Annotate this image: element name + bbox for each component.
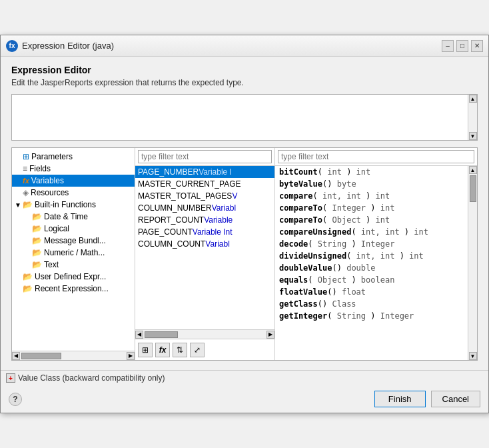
left-tree-item[interactable]: 📂Message Bundl... [12,235,135,247]
help-button[interactable]: ? [9,393,22,406]
variable-type: Variable Int [193,227,233,237]
middle-panel: PAGE_NUMBER Variable IMASTER_CURRENT_PAG… [135,148,275,360]
method-name: bitCount [279,167,318,177]
method-item[interactable]: decode( String ) Integer [275,238,468,250]
tree-item-label: Fields [29,164,51,173]
method-item[interactable]: compare( int, int ) int [275,190,468,202]
footer: ? Finish Cancel [1,385,488,413]
expr-scrollbar: ▲ ▼ [468,95,477,140]
finish-button[interactable]: Finish [374,391,426,407]
toolbar-grid-btn[interactable]: ⊞ [138,343,153,357]
method-name: compareTo [279,215,322,225]
left-tree-item[interactable]: ▼📂Built-in Functions [12,199,135,211]
toolbar-sort2-btn[interactable]: ⤢ [190,343,205,357]
variable-name: PAGE_NUMBER [138,167,199,177]
scroll-down-arrow[interactable]: ▼ [469,132,477,140]
left-panel: ⊞Parameters≡FieldsfxVariables◈Resources▼… [12,148,135,360]
left-tree-item[interactable]: ◈Resources [12,187,135,199]
app-icon: fx [6,40,18,52]
middle-scroll-thumb[interactable] [145,331,178,338]
left-tree-item[interactable]: 📂Text [12,259,135,271]
method-item[interactable]: equals( Object ) boolean [275,274,468,286]
tree-item-label: Recent Expression... [35,284,109,293]
method-name: getClass [279,299,318,309]
right-scroll-up[interactable]: ▲ [469,166,477,174]
right-scrollbar: ▲ ▼ [468,166,477,360]
cancel-button[interactable]: Cancel [431,391,480,407]
method-item[interactable]: compareUnsigned( int, int ) int [275,226,468,238]
expression-input[interactable] [12,95,477,140]
left-tree-item[interactable]: ≡Fields [12,163,135,175]
right-filter-input[interactable] [278,150,474,163]
middle-filter [135,148,274,166]
maximize-button[interactable]: □ [456,40,468,52]
left-tree-item[interactable]: ⊞Parameters [12,151,135,163]
variable-name: PAGE_COUNT [138,227,193,237]
right-filter [275,148,477,166]
method-item[interactable]: getClass() Class [275,298,468,310]
method-name: divideUnsigned [279,251,346,261]
close-button[interactable]: ✕ [471,40,483,52]
tree-item-label: Built-in Functions [35,200,96,209]
middle-list-item[interactable]: MASTER_TOTAL_PAGES V [135,190,274,202]
method-name: floatValue [279,287,327,297]
method-item[interactable]: getInteger( String ) Integer [275,310,468,322]
right-scroll-thumb[interactable] [470,175,476,202]
expand-button[interactable]: + [6,373,15,383]
left-scroll-thumb[interactable] [21,353,61,359]
expression-editor-window: fx Expression Editor (java) – □ ✕ Expres… [0,35,489,413]
tree-item-label: Variables [31,176,64,185]
method-name: compare [279,191,313,201]
middle-list-item[interactable]: COLUMN_COUNT Variabl [135,238,274,250]
right-scroll-down[interactable]: ▼ [469,352,477,360]
middle-list-item[interactable]: REPORT_COUNT Variable [135,214,274,226]
tree-item-label: Resources [31,188,69,197]
section-desc: Edit the JasperReports expression that r… [11,78,478,87]
middle-list-item[interactable]: COLUMN_NUMBER Variabl [135,202,274,214]
method-item[interactable]: floatValue() float [275,286,468,298]
middle-filter-input[interactable] [138,150,272,163]
title-bar-left: fx Expression Editor (java) [6,40,114,52]
left-tree-item[interactable]: 📂Logical [12,223,135,235]
toolbar-sort-btn[interactable]: ⇅ [173,343,187,357]
right-panel: bitCount( int ) intbyteValue() bytecompa… [275,148,477,360]
middle-scroll-right[interactable]: ▶ [266,331,274,339]
title-bar: fx Expression Editor (java) – □ ✕ [1,35,488,57]
minimize-button[interactable]: – [442,40,454,52]
variable-type: V [232,191,237,201]
method-item[interactable]: compareTo( Integer ) int [275,202,468,214]
variable-name: REPORT_COUNT [138,215,204,225]
expression-area: ▲ ▼ [11,94,478,141]
variable-name: COLUMN_COUNT [138,239,205,249]
section-title: Expression Editor [11,65,478,75]
middle-list-item[interactable]: PAGE_COUNT Variable Int [135,226,274,238]
middle-list-item[interactable]: MASTER_CURRENT_PAGE [135,178,274,190]
scroll-up-arrow[interactable]: ▲ [469,95,477,103]
left-tree-item[interactable]: 📂User Defined Expr... [12,271,135,283]
left-tree-item[interactable]: 📂Numeric / Math... [12,247,135,259]
method-item[interactable]: doubleValue() double [275,262,468,274]
variable-type: Variable I [199,167,232,177]
method-name: equals [279,275,308,285]
left-scroll-right[interactable]: ▶ [127,352,135,360]
method-item[interactable]: divideUnsigned( int, int ) int [275,250,468,262]
method-item[interactable]: compareTo( Object ) int [275,214,468,226]
left-tree-item[interactable]: 📂Date & Time [12,211,135,223]
left-scroll-left[interactable]: ◀ [12,352,20,360]
toolbar-fx-btn[interactable]: fx [155,343,170,357]
middle-list-item[interactable]: PAGE_NUMBER Variable I [135,166,274,178]
middle-scroll-left[interactable]: ◀ [135,331,143,339]
right-list: bitCount( int ) intbyteValue() bytecompa… [275,166,468,360]
method-name: compareUnsigned [279,227,351,237]
method-item[interactable]: byteValue() byte [275,178,468,190]
left-tree-item[interactable]: 📂Recent Expression... [12,283,135,295]
method-name: decode [279,239,308,249]
tree-item-label: Parameters [31,152,73,161]
left-panel-scroll: ⊞Parameters≡FieldsfxVariables◈Resources▼… [12,148,135,351]
method-item[interactable]: bitCount( int ) int [275,166,468,178]
left-tree-item[interactable]: fxVariables [12,175,135,187]
middle-panel-inner: PAGE_NUMBER Variable IMASTER_CURRENT_PAG… [135,166,274,329]
title-controls: – □ ✕ [442,40,483,52]
bottom-label: Value Class (backward compatibility only… [18,373,165,383]
middle-hscrollbar: ◀ ▶ [135,329,274,339]
